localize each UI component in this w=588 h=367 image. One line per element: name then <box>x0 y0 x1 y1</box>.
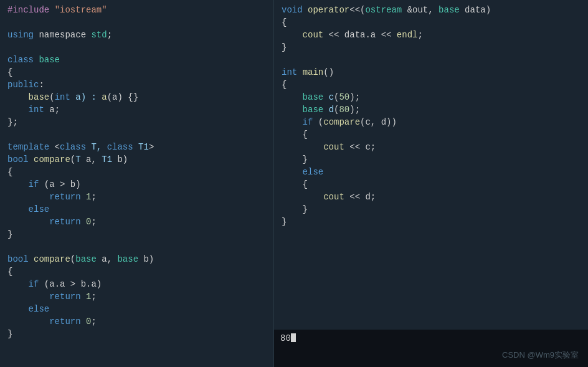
left-panel: #include "iostream" using namespace std;… <box>0 0 274 367</box>
code-line: return 1; <box>0 292 273 304</box>
watermark: CSDN @Wm9实验室 <box>502 350 579 361</box>
code-line: base c(50); <box>274 92 588 105</box>
code-line <box>0 242 273 254</box>
code-line: cout << d; <box>274 192 588 204</box>
code-line: return 0; <box>0 317 273 329</box>
code-line: if (compare(c, d)) <box>274 117 588 130</box>
main-content: #include "iostream" using namespace std;… <box>0 0 588 367</box>
output-value: 80 <box>280 333 291 343</box>
code-line: } <box>0 329 273 341</box>
code-line: base(int a) : a(a) {} <box>0 92 273 105</box>
code-line: int a; <box>0 105 273 117</box>
code-line: } <box>274 155 588 167</box>
code-line: cout << data.a << endl; <box>274 30 588 42</box>
code-line: class base <box>0 55 273 67</box>
cursor-blink <box>291 333 296 342</box>
code-line: else <box>0 304 273 317</box>
code-line: return 1; <box>0 192 273 204</box>
code-line: { <box>0 267 273 279</box>
code-line: if (a.a > b.a) <box>0 279 273 292</box>
code-line: } <box>274 42 588 55</box>
code-line: { <box>0 67 273 80</box>
code-line: base d(80); <box>274 105 588 117</box>
code-line: public: <box>0 80 273 92</box>
code-line: }; <box>0 117 273 130</box>
code-line: { <box>274 80 588 92</box>
code-line: else <box>274 167 588 179</box>
code-line: if (a > b) <box>0 179 273 192</box>
code-line: template <class T, class T1> <box>0 142 273 155</box>
code-line: } <box>274 217 588 229</box>
code-line: void operator<<(ostream &out, base data) <box>274 5 588 17</box>
code-line <box>274 55 588 67</box>
right-code: void operator<<(ostream &out, base data)… <box>274 0 588 330</box>
code-line: } <box>274 204 588 217</box>
code-line: { <box>274 130 588 142</box>
code-line: #include "iostream" <box>0 5 273 17</box>
code-line: int main() <box>274 67 588 80</box>
code-line: using namespace std; <box>0 30 273 42</box>
code-line: bool compare(T a, T1 b) <box>0 155 273 167</box>
code-line: } <box>0 229 273 242</box>
output-panel: 80 <box>274 330 588 367</box>
code-line: { <box>0 167 273 179</box>
code-line <box>0 42 273 55</box>
code-line: bool compare(base a, base b) <box>0 254 273 267</box>
code-line: { <box>274 17 588 30</box>
code-line <box>0 130 273 142</box>
code-line: { <box>274 179 588 192</box>
code-line: return 0; <box>0 217 273 229</box>
code-line: else <box>0 204 273 217</box>
code-line <box>0 17 273 30</box>
code-line: cout << c; <box>274 142 588 155</box>
right-panel: void operator<<(ostream &out, base data)… <box>274 0 588 367</box>
